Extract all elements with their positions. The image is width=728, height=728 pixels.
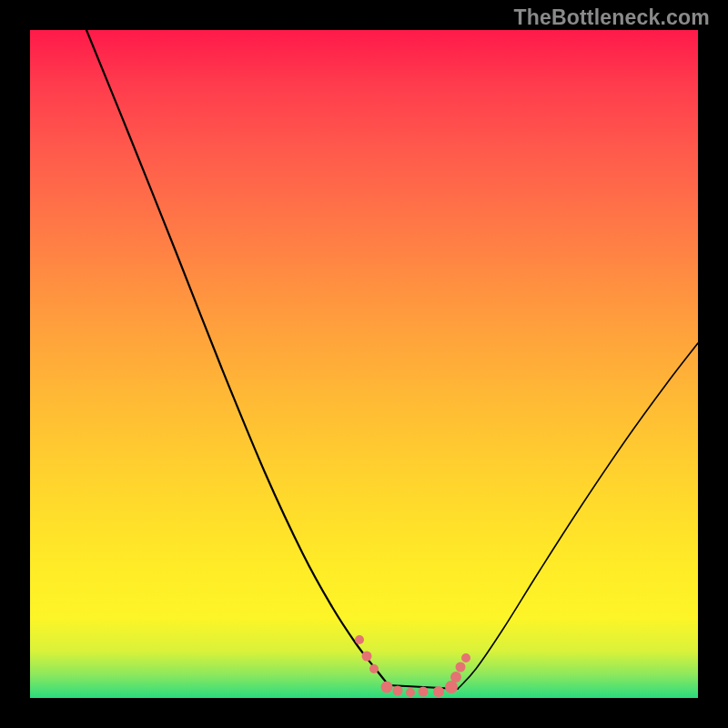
bottom-dots-group: [355, 635, 470, 697]
bottom-dot: [369, 664, 379, 673]
bottom-dot: [433, 686, 444, 697]
bottom-dot: [355, 635, 364, 644]
bottom-dot: [450, 672, 461, 682]
chart-svg: [30, 30, 698, 698]
bottom-dot: [381, 682, 393, 693]
left-curve: [86, 30, 389, 685]
bottom-dot: [456, 662, 466, 672]
bottom-dot: [461, 653, 470, 662]
bottom-dot: [406, 688, 415, 697]
bottom-dot: [393, 686, 403, 696]
bottom-dot: [419, 687, 429, 697]
right-curve: [458, 343, 698, 689]
watermark-text: TheBottleneck.com: [513, 5, 710, 30]
bottom-dot: [445, 681, 458, 693]
bottom-dot: [362, 652, 372, 662]
